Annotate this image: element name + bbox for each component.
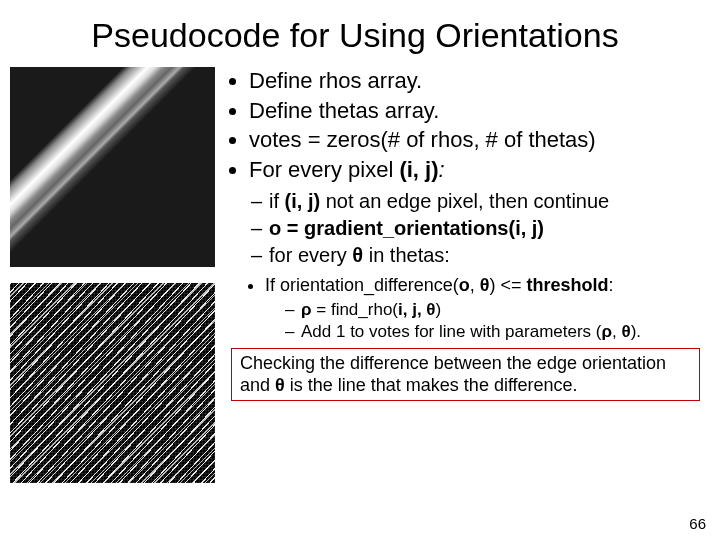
- image-column: [10, 67, 215, 483]
- slide-title: Pseudocode for Using Orientations: [10, 16, 700, 55]
- text-theta: θ: [275, 375, 285, 395]
- text-theta: θ: [480, 275, 490, 295]
- text-frag: If orientation_difference(: [265, 275, 459, 295]
- bullet-list-level3: If orientation_difference(o, θ) <= thres…: [225, 274, 700, 342]
- text-frag: is the line that makes the difference.: [285, 375, 578, 395]
- subsub-orientation-diff: If orientation_difference(o, θ) <= thres…: [265, 274, 700, 342]
- text-rho: ρ: [601, 322, 612, 341]
- slide-container: Pseudocode for Using Orientations Define…: [0, 0, 720, 540]
- text-frag: For every pixel: [249, 157, 399, 182]
- bullet-list-level1: Define rhos array. Define thetas array. …: [225, 67, 700, 183]
- sub-for-every-theta: for every θ in thetas:: [255, 243, 700, 268]
- text-frag: ,: [470, 275, 480, 295]
- bullet-list-level2: if (i, j) not an edge pixel, then contin…: [225, 189, 700, 268]
- text-frag: not an edge pixel, then continue: [320, 190, 609, 212]
- text-frag: = find_rho(: [312, 300, 398, 319]
- text-frag: ).: [631, 322, 641, 341]
- bullet-for-every-pixel: For every pixel (i, j):: [249, 156, 700, 184]
- callout-box: Checking the difference between the edge…: [231, 348, 700, 401]
- page-number: 66: [689, 515, 706, 532]
- text-theta: θ: [352, 244, 363, 266]
- sub-if-not-edge: if (i, j) not an edge pixel, then contin…: [255, 189, 700, 214]
- grayscale-road-image: [10, 67, 215, 267]
- text-frag: ) <=: [490, 275, 527, 295]
- text-theta: θ: [621, 322, 630, 341]
- text-frag: in thetas:: [363, 244, 450, 266]
- text-rho: ρ: [301, 300, 312, 319]
- text-frag: for every: [269, 244, 352, 266]
- text-bold: o = gradient_orientations(i, j): [269, 217, 544, 239]
- text-threshold: threshold: [527, 275, 609, 295]
- text-frag: :: [439, 157, 445, 182]
- bullet-list-level4: ρ = find_rho(i, j, θ) Add 1 to votes for…: [265, 299, 700, 343]
- text-frag: :: [609, 275, 614, 295]
- text-frag: if: [269, 190, 285, 212]
- bullet-votes-zeros: votes = zeros(# of rhos, # of thetas): [249, 126, 700, 154]
- text-frag: Add 1 to votes for line with parameters …: [301, 322, 601, 341]
- bullet-define-rhos: Define rhos array.: [249, 67, 700, 95]
- content-row: Define rhos array. Define thetas array. …: [10, 67, 700, 483]
- sub-gradient-orientations: o = gradient_orientations(i, j): [255, 216, 700, 241]
- edge-map-image: [10, 283, 215, 483]
- text-column: Define rhos array. Define thetas array. …: [225, 67, 700, 483]
- text-frag: ): [436, 300, 442, 319]
- text-ij: (i, j): [399, 157, 438, 182]
- text-ij: (i, j): [285, 190, 321, 212]
- text-args: i, j, θ: [398, 300, 436, 319]
- text-o: o: [459, 275, 470, 295]
- leaf-find-rho: ρ = find_rho(i, j, θ): [287, 299, 700, 320]
- bullet-define-thetas: Define thetas array.: [249, 97, 700, 125]
- leaf-add-vote: Add 1 to votes for line with parameters …: [287, 321, 700, 342]
